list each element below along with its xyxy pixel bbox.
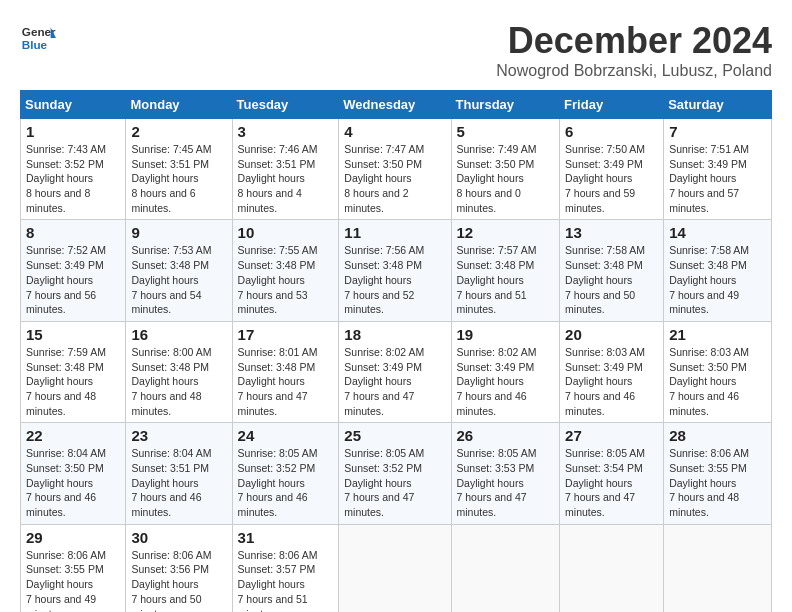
day-info: Sunrise: 7:43 AM Sunset: 3:52 PM Dayligh… — [26, 142, 120, 215]
day-info: Sunrise: 8:02 AM Sunset: 3:49 PM Dayligh… — [344, 345, 445, 418]
day-info: Sunrise: 7:56 AM Sunset: 3:48 PM Dayligh… — [344, 243, 445, 316]
calendar-cell — [560, 524, 664, 612]
day-number: 22 — [26, 427, 120, 444]
weekday-header: Saturday — [664, 91, 772, 119]
day-number: 8 — [26, 224, 120, 241]
day-number: 13 — [565, 224, 658, 241]
day-info: Sunrise: 7:55 AM Sunset: 3:48 PM Dayligh… — [238, 243, 334, 316]
day-info: Sunrise: 7:52 AM Sunset: 3:49 PM Dayligh… — [26, 243, 120, 316]
calendar-cell: 26 Sunrise: 8:05 AM Sunset: 3:53 PM Dayl… — [451, 423, 560, 524]
calendar-cell: 12 Sunrise: 7:57 AM Sunset: 3:48 PM Dayl… — [451, 220, 560, 321]
day-info: Sunrise: 8:05 AM Sunset: 3:54 PM Dayligh… — [565, 446, 658, 519]
calendar-cell: 24 Sunrise: 8:05 AM Sunset: 3:52 PM Dayl… — [232, 423, 339, 524]
calendar-cell: 4 Sunrise: 7:47 AM Sunset: 3:50 PM Dayli… — [339, 119, 451, 220]
calendar-cell: 25 Sunrise: 8:05 AM Sunset: 3:52 PM Dayl… — [339, 423, 451, 524]
calendar-week-row: 22 Sunrise: 8:04 AM Sunset: 3:50 PM Dayl… — [21, 423, 772, 524]
day-info: Sunrise: 7:57 AM Sunset: 3:48 PM Dayligh… — [457, 243, 555, 316]
weekday-header: Thursday — [451, 91, 560, 119]
calendar-cell: 15 Sunrise: 7:59 AM Sunset: 3:48 PM Dayl… — [21, 321, 126, 422]
day-number: 24 — [238, 427, 334, 444]
calendar-cell: 2 Sunrise: 7:45 AM Sunset: 3:51 PM Dayli… — [126, 119, 232, 220]
calendar-cell: 30 Sunrise: 8:06 AM Sunset: 3:56 PM Dayl… — [126, 524, 232, 612]
calendar-cell — [339, 524, 451, 612]
calendar-cell: 18 Sunrise: 8:02 AM Sunset: 3:49 PM Dayl… — [339, 321, 451, 422]
svg-text:Blue: Blue — [22, 38, 48, 51]
calendar-cell: 8 Sunrise: 7:52 AM Sunset: 3:49 PM Dayli… — [21, 220, 126, 321]
day-number: 19 — [457, 326, 555, 343]
calendar-cell: 29 Sunrise: 8:06 AM Sunset: 3:55 PM Dayl… — [21, 524, 126, 612]
day-info: Sunrise: 7:50 AM Sunset: 3:49 PM Dayligh… — [565, 142, 658, 215]
day-info: Sunrise: 8:06 AM Sunset: 3:57 PM Dayligh… — [238, 548, 334, 612]
calendar-cell: 10 Sunrise: 7:55 AM Sunset: 3:48 PM Dayl… — [232, 220, 339, 321]
calendar-cell: 5 Sunrise: 7:49 AM Sunset: 3:50 PM Dayli… — [451, 119, 560, 220]
day-info: Sunrise: 8:04 AM Sunset: 3:50 PM Dayligh… — [26, 446, 120, 519]
weekday-header: Sunday — [21, 91, 126, 119]
day-number: 17 — [238, 326, 334, 343]
day-number: 28 — [669, 427, 766, 444]
calendar-cell: 17 Sunrise: 8:01 AM Sunset: 3:48 PM Dayl… — [232, 321, 339, 422]
day-info: Sunrise: 7:58 AM Sunset: 3:48 PM Dayligh… — [565, 243, 658, 316]
day-info: Sunrise: 8:06 AM Sunset: 3:55 PM Dayligh… — [26, 548, 120, 612]
day-number: 20 — [565, 326, 658, 343]
month-title: December 2024 — [496, 20, 772, 62]
calendar-week-row: 8 Sunrise: 7:52 AM Sunset: 3:49 PM Dayli… — [21, 220, 772, 321]
calendar-cell: 22 Sunrise: 8:04 AM Sunset: 3:50 PM Dayl… — [21, 423, 126, 524]
calendar-cell: 1 Sunrise: 7:43 AM Sunset: 3:52 PM Dayli… — [21, 119, 126, 220]
day-number: 12 — [457, 224, 555, 241]
weekday-header: Friday — [560, 91, 664, 119]
day-number: 10 — [238, 224, 334, 241]
day-info: Sunrise: 8:03 AM Sunset: 3:49 PM Dayligh… — [565, 345, 658, 418]
day-info: Sunrise: 8:06 AM Sunset: 3:55 PM Dayligh… — [669, 446, 766, 519]
day-number: 30 — [131, 529, 226, 546]
day-number: 29 — [26, 529, 120, 546]
day-info: Sunrise: 8:03 AM Sunset: 3:50 PM Dayligh… — [669, 345, 766, 418]
day-number: 7 — [669, 123, 766, 140]
calendar-cell: 6 Sunrise: 7:50 AM Sunset: 3:49 PM Dayli… — [560, 119, 664, 220]
calendar-cell: 3 Sunrise: 7:46 AM Sunset: 3:51 PM Dayli… — [232, 119, 339, 220]
day-number: 27 — [565, 427, 658, 444]
day-number: 18 — [344, 326, 445, 343]
day-number: 26 — [457, 427, 555, 444]
day-number: 15 — [26, 326, 120, 343]
day-info: Sunrise: 7:58 AM Sunset: 3:48 PM Dayligh… — [669, 243, 766, 316]
day-info: Sunrise: 7:47 AM Sunset: 3:50 PM Dayligh… — [344, 142, 445, 215]
day-info: Sunrise: 7:53 AM Sunset: 3:48 PM Dayligh… — [131, 243, 226, 316]
calendar-cell: 27 Sunrise: 8:05 AM Sunset: 3:54 PM Dayl… — [560, 423, 664, 524]
title-block: December 2024 Nowogrod Bobrzanski, Lubus… — [496, 20, 772, 80]
location: Nowogrod Bobrzanski, Lubusz, Poland — [496, 62, 772, 80]
day-info: Sunrise: 7:59 AM Sunset: 3:48 PM Dayligh… — [26, 345, 120, 418]
day-info: Sunrise: 8:02 AM Sunset: 3:49 PM Dayligh… — [457, 345, 555, 418]
weekday-header: Wednesday — [339, 91, 451, 119]
day-number: 21 — [669, 326, 766, 343]
day-number: 4 — [344, 123, 445, 140]
day-number: 1 — [26, 123, 120, 140]
day-info: Sunrise: 8:00 AM Sunset: 3:48 PM Dayligh… — [131, 345, 226, 418]
day-info: Sunrise: 8:04 AM Sunset: 3:51 PM Dayligh… — [131, 446, 226, 519]
calendar-week-row: 29 Sunrise: 8:06 AM Sunset: 3:55 PM Dayl… — [21, 524, 772, 612]
calendar-cell: 7 Sunrise: 7:51 AM Sunset: 3:49 PM Dayli… — [664, 119, 772, 220]
day-info: Sunrise: 8:01 AM Sunset: 3:48 PM Dayligh… — [238, 345, 334, 418]
day-info: Sunrise: 7:45 AM Sunset: 3:51 PM Dayligh… — [131, 142, 226, 215]
day-number: 3 — [238, 123, 334, 140]
day-info: Sunrise: 8:05 AM Sunset: 3:52 PM Dayligh… — [344, 446, 445, 519]
logo: General Blue — [20, 20, 56, 56]
day-number: 25 — [344, 427, 445, 444]
calendar-cell: 31 Sunrise: 8:06 AM Sunset: 3:57 PM Dayl… — [232, 524, 339, 612]
day-number: 23 — [131, 427, 226, 444]
day-info: Sunrise: 7:49 AM Sunset: 3:50 PM Dayligh… — [457, 142, 555, 215]
day-number: 2 — [131, 123, 226, 140]
logo-icon: General Blue — [20, 20, 56, 56]
day-number: 11 — [344, 224, 445, 241]
day-info: Sunrise: 7:46 AM Sunset: 3:51 PM Dayligh… — [238, 142, 334, 215]
weekday-header-row: SundayMondayTuesdayWednesdayThursdayFrid… — [21, 91, 772, 119]
day-number: 6 — [565, 123, 658, 140]
day-info: Sunrise: 8:06 AM Sunset: 3:56 PM Dayligh… — [131, 548, 226, 612]
calendar-cell: 16 Sunrise: 8:00 AM Sunset: 3:48 PM Dayl… — [126, 321, 232, 422]
day-number: 16 — [131, 326, 226, 343]
calendar-cell: 11 Sunrise: 7:56 AM Sunset: 3:48 PM Dayl… — [339, 220, 451, 321]
day-number: 14 — [669, 224, 766, 241]
page-header: General Blue December 2024 Nowogrod Bobr… — [20, 20, 772, 80]
calendar-cell: 28 Sunrise: 8:06 AM Sunset: 3:55 PM Dayl… — [664, 423, 772, 524]
calendar-cell: 9 Sunrise: 7:53 AM Sunset: 3:48 PM Dayli… — [126, 220, 232, 321]
calendar-cell: 20 Sunrise: 8:03 AM Sunset: 3:49 PM Dayl… — [560, 321, 664, 422]
